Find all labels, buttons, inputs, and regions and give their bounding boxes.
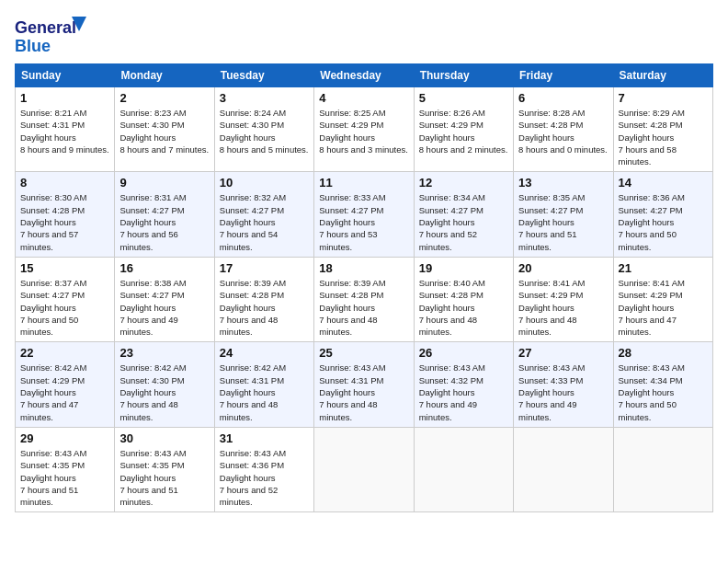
- day-info: Sunrise: 8:43 AMSunset: 4:31 PMDaylight …: [319, 362, 408, 422]
- day-number: 18: [319, 261, 408, 275]
- column-header-wednesday: Wednesday: [314, 64, 414, 87]
- day-info: Sunrise: 8:42 AMSunset: 4:30 PMDaylight …: [119, 362, 209, 422]
- calendar-cell: [314, 427, 414, 511]
- calendar-cell: 20Sunrise: 8:41 AMSunset: 4:29 PMDayligh…: [514, 257, 613, 341]
- day-info: Sunrise: 8:43 AMSunset: 4:35 PMDaylight …: [20, 447, 109, 508]
- day-info: Sunrise: 8:38 AMSunset: 4:27 PMDaylight …: [119, 277, 209, 338]
- calendar-cell: 19Sunrise: 8:40 AMSunset: 4:28 PMDayligh…: [414, 257, 513, 341]
- column-header-monday: Monday: [115, 64, 214, 87]
- day-number: 2: [119, 91, 209, 105]
- day-info: Sunrise: 8:43 AMSunset: 4:33 PMDaylight …: [518, 362, 608, 422]
- calendar-cell: 25Sunrise: 8:43 AMSunset: 4:31 PMDayligh…: [314, 342, 414, 427]
- day-info: Sunrise: 8:33 AMSunset: 4:27 PMDaylight …: [319, 191, 408, 252]
- svg-text:General: General: [15, 18, 76, 37]
- day-number: 8: [20, 176, 109, 190]
- day-number: 15: [20, 261, 109, 275]
- column-header-sunday: Sunday: [16, 64, 115, 87]
- day-info: Sunrise: 8:41 AMSunset: 4:29 PMDaylight …: [619, 277, 708, 338]
- page-header: GeneralBlue: [15, 15, 713, 56]
- calendar-cell: 5Sunrise: 8:26 AMSunset: 4:29 PMDaylight…: [414, 87, 513, 172]
- calendar-cell: 3Sunrise: 8:24 AMSunset: 4:30 PMDaylight…: [214, 87, 313, 172]
- day-number: 4: [319, 91, 408, 105]
- column-header-saturday: Saturday: [613, 64, 712, 87]
- logo: GeneralBlue: [15, 15, 88, 56]
- calendar-cell: 24Sunrise: 8:42 AMSunset: 4:31 PMDayligh…: [214, 342, 313, 427]
- column-header-friday: Friday: [514, 64, 613, 87]
- calendar-week-3: 15Sunrise: 8:37 AMSunset: 4:27 PMDayligh…: [16, 257, 713, 341]
- day-info: Sunrise: 8:37 AMSunset: 4:27 PMDaylight …: [20, 277, 109, 338]
- day-info: Sunrise: 8:24 AMSunset: 4:30 PMDaylight …: [220, 107, 309, 155]
- calendar-cell: 12Sunrise: 8:34 AMSunset: 4:27 PMDayligh…: [414, 172, 513, 257]
- day-number: 11: [319, 176, 408, 190]
- calendar-cell: 7Sunrise: 8:29 AMSunset: 4:28 PMDaylight…: [613, 87, 712, 172]
- calendar-cell: 26Sunrise: 8:43 AMSunset: 4:32 PMDayligh…: [414, 342, 513, 427]
- day-number: 26: [419, 346, 508, 360]
- day-info: Sunrise: 8:42 AMSunset: 4:29 PMDaylight …: [20, 362, 109, 422]
- calendar-cell: 30Sunrise: 8:43 AMSunset: 4:35 PMDayligh…: [115, 427, 214, 511]
- day-info: Sunrise: 8:39 AMSunset: 4:28 PMDaylight …: [319, 277, 408, 338]
- day-info: Sunrise: 8:29 AMSunset: 4:28 PMDaylight …: [619, 107, 708, 167]
- calendar-cell: 27Sunrise: 8:43 AMSunset: 4:33 PMDayligh…: [514, 342, 613, 427]
- calendar-cell: 1Sunrise: 8:21 AMSunset: 4:31 PMDaylight…: [16, 87, 115, 172]
- day-number: 24: [220, 346, 309, 360]
- day-info: Sunrise: 8:43 AMSunset: 4:36 PMDaylight …: [220, 447, 309, 508]
- day-info: Sunrise: 8:28 AMSunset: 4:28 PMDaylight …: [518, 107, 608, 155]
- day-number: 20: [518, 261, 608, 275]
- calendar-cell: 4Sunrise: 8:25 AMSunset: 4:29 PMDaylight…: [314, 87, 414, 172]
- day-info: Sunrise: 8:30 AMSunset: 4:28 PMDaylight …: [20, 191, 109, 252]
- day-info: Sunrise: 8:21 AMSunset: 4:31 PMDaylight …: [20, 107, 109, 155]
- day-number: 9: [119, 176, 209, 190]
- day-number: 25: [319, 346, 408, 360]
- calendar-header-row: SundayMondayTuesdayWednesdayThursdayFrid…: [16, 64, 713, 87]
- calendar-cell: 9Sunrise: 8:31 AMSunset: 4:27 PMDaylight…: [115, 172, 214, 257]
- calendar-cell: 2Sunrise: 8:23 AMSunset: 4:30 PMDaylight…: [115, 87, 214, 172]
- calendar-cell: 15Sunrise: 8:37 AMSunset: 4:27 PMDayligh…: [16, 257, 115, 341]
- calendar-cell: 8Sunrise: 8:30 AMSunset: 4:28 PMDaylight…: [16, 172, 115, 257]
- day-number: 31: [220, 431, 309, 445]
- calendar-week-5: 29Sunrise: 8:43 AMSunset: 4:35 PMDayligh…: [16, 427, 713, 511]
- day-number: 6: [518, 91, 608, 105]
- day-number: 22: [20, 346, 109, 360]
- day-number: 23: [119, 346, 209, 360]
- day-info: Sunrise: 8:23 AMSunset: 4:30 PMDaylight …: [119, 107, 209, 155]
- day-number: 30: [119, 431, 209, 445]
- day-number: 3: [220, 91, 309, 105]
- day-info: Sunrise: 8:34 AMSunset: 4:27 PMDaylight …: [419, 191, 508, 252]
- day-info: Sunrise: 8:42 AMSunset: 4:31 PMDaylight …: [220, 362, 309, 422]
- day-info: Sunrise: 8:25 AMSunset: 4:29 PMDaylight …: [319, 107, 408, 155]
- day-info: Sunrise: 8:26 AMSunset: 4:29 PMDaylight …: [419, 107, 508, 155]
- day-number: 12: [419, 176, 508, 190]
- calendar-cell: 22Sunrise: 8:42 AMSunset: 4:29 PMDayligh…: [16, 342, 115, 427]
- day-number: 1: [20, 91, 109, 105]
- calendar-week-2: 8Sunrise: 8:30 AMSunset: 4:28 PMDaylight…: [16, 172, 713, 257]
- day-number: 10: [220, 176, 309, 190]
- column-header-tuesday: Tuesday: [214, 64, 313, 87]
- calendar-cell: 6Sunrise: 8:28 AMSunset: 4:28 PMDaylight…: [514, 87, 613, 172]
- day-number: 7: [619, 91, 708, 105]
- day-info: Sunrise: 8:36 AMSunset: 4:27 PMDaylight …: [619, 191, 708, 252]
- day-info: Sunrise: 8:41 AMSunset: 4:29 PMDaylight …: [518, 277, 608, 338]
- calendar-table: SundayMondayTuesdayWednesdayThursdayFrid…: [15, 63, 713, 512]
- calendar-cell: 29Sunrise: 8:43 AMSunset: 4:35 PMDayligh…: [16, 427, 115, 511]
- day-info: Sunrise: 8:31 AMSunset: 4:27 PMDaylight …: [119, 191, 209, 252]
- calendar-cell: 28Sunrise: 8:43 AMSunset: 4:34 PMDayligh…: [613, 342, 712, 427]
- day-info: Sunrise: 8:43 AMSunset: 4:35 PMDaylight …: [119, 447, 209, 508]
- svg-text:Blue: Blue: [15, 37, 51, 55]
- day-number: 19: [419, 261, 508, 275]
- calendar-cell: 31Sunrise: 8:43 AMSunset: 4:36 PMDayligh…: [214, 427, 313, 511]
- day-number: 16: [119, 261, 209, 275]
- day-info: Sunrise: 8:35 AMSunset: 4:27 PMDaylight …: [518, 191, 608, 252]
- day-number: 17: [220, 261, 309, 275]
- calendar-cell: 14Sunrise: 8:36 AMSunset: 4:27 PMDayligh…: [613, 172, 712, 257]
- day-number: 29: [20, 431, 109, 445]
- column-header-thursday: Thursday: [414, 64, 513, 87]
- calendar-cell: 17Sunrise: 8:39 AMSunset: 4:28 PMDayligh…: [214, 257, 313, 341]
- calendar-cell: 23Sunrise: 8:42 AMSunset: 4:30 PMDayligh…: [115, 342, 214, 427]
- day-number: 27: [518, 346, 608, 360]
- calendar-cell: [414, 427, 513, 511]
- day-info: Sunrise: 8:43 AMSunset: 4:34 PMDaylight …: [619, 362, 708, 422]
- day-info: Sunrise: 8:39 AMSunset: 4:28 PMDaylight …: [220, 277, 309, 338]
- calendar-cell: [514, 427, 613, 511]
- day-number: 13: [518, 176, 608, 190]
- calendar-cell: 21Sunrise: 8:41 AMSunset: 4:29 PMDayligh…: [613, 257, 712, 341]
